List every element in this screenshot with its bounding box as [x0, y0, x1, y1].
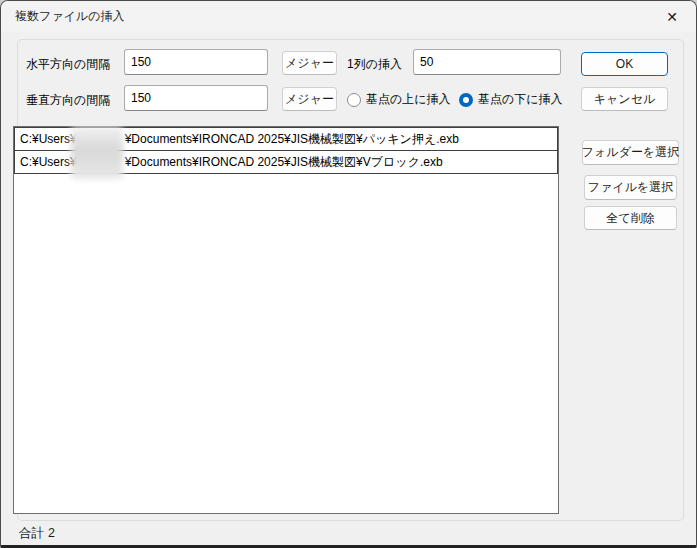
file-path-prefix: C:¥Users¥	[20, 155, 77, 169]
cancel-button[interactable]: キャンセル	[581, 87, 668, 111]
radio-insert-below[interactable]: 基点の下に挿入	[459, 91, 563, 108]
title-bar: 複数ファイルの挿入 ✕	[1, 1, 696, 32]
total-label: 合計2	[19, 525, 59, 542]
select-file-button[interactable]: ファイルを選択	[584, 175, 677, 200]
close-button[interactable]: ✕	[649, 2, 695, 32]
file-path-suffix: ¥Documents¥IRONCAD 2025¥JIS機械製図¥パッキン押え.e…	[125, 132, 459, 146]
radio-insert-above-label: 基点の上に挿入	[366, 91, 451, 108]
horizontal-spacing-label: 水平方向の間隔	[26, 56, 110, 73]
radio-insert-below-label: 基点の下に挿入	[478, 91, 563, 108]
dialog-window: 複数ファイルの挿入 ✕ 水平方向の間隔 メジャー 1列の挿入 OK 垂直方向の間…	[0, 0, 697, 548]
redaction-blur	[71, 127, 123, 179]
horizontal-spacing-input[interactable]	[124, 49, 268, 75]
delete-all-button[interactable]: 全て削除	[584, 206, 677, 230]
column-insert-label: 1列の挿入	[347, 56, 402, 73]
window-title: 複数ファイルの挿入	[15, 1, 124, 32]
file-list[interactable]: C:¥Users¥¥Documents¥IRONCAD 2025¥JIS機械製図…	[13, 126, 559, 514]
file-path-prefix: C:¥Users¥	[20, 132, 77, 146]
vertical-spacing-input[interactable]	[124, 85, 268, 111]
close-icon: ✕	[666, 9, 678, 25]
file-path-suffix: ¥Documents¥IRONCAD 2025¥JIS機械製図¥Vブロック.ex…	[125, 155, 443, 169]
select-folder-button[interactable]: フォルダーを選択	[582, 140, 679, 165]
vertical-spacing-label: 垂直方向の間隔	[26, 92, 110, 109]
radio-unchecked-icon	[347, 93, 361, 107]
total-count: 2	[48, 526, 55, 540]
measure-button-horizontal[interactable]: メジャー	[282, 51, 337, 75]
radio-insert-above[interactable]: 基点の上に挿入	[347, 91, 451, 108]
total-text: 合計	[19, 526, 44, 540]
measure-button-vertical[interactable]: メジャー	[282, 87, 337, 111]
radio-checked-icon	[459, 93, 473, 107]
ok-button[interactable]: OK	[581, 52, 668, 76]
column-insert-input[interactable]	[413, 49, 561, 75]
